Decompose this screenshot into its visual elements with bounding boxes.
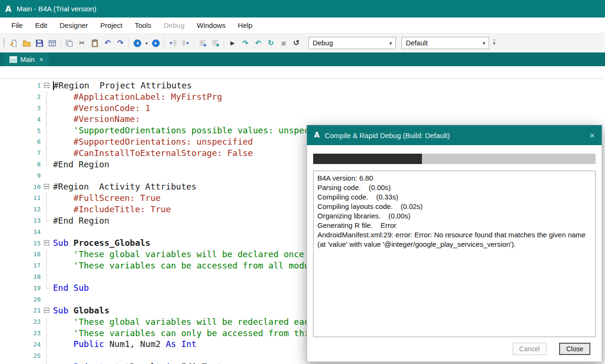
menu-windows[interactable]: Windows: [191, 17, 232, 33]
fold-margin: [41, 338, 53, 350]
compile-dialog: A Compile & Rapid Debug (Build: Default)…: [307, 125, 602, 362]
line-number: 10: [0, 183, 41, 191]
close-button[interactable]: Close: [559, 343, 590, 355]
navigate-back-button[interactable]: [131, 37, 144, 50]
toolbar-grip[interactable]: [3, 38, 5, 48]
b4a-logo-icon: A: [5, 4, 11, 14]
line-number: 23: [0, 329, 41, 337]
cancel-button: Cancel: [513, 343, 547, 355]
menu-tools[interactable]: Tools: [129, 17, 158, 33]
undo-icon: ↶: [105, 39, 111, 47]
menu-debug: Debug: [158, 17, 191, 33]
save-icon: [35, 39, 44, 47]
menu-project[interactable]: Project: [94, 17, 129, 33]
step-over-button[interactable]: ↻: [264, 37, 277, 50]
paste-button[interactable]: [88, 37, 101, 50]
fold-margin: [41, 91, 53, 103]
fold-margin: [41, 226, 53, 237]
redo-button[interactable]: ↷: [114, 37, 127, 50]
fold-collapse-icon[interactable]: [41, 305, 53, 316]
undo-button[interactable]: ↶: [101, 37, 114, 50]
module-form-icon: [9, 56, 17, 63]
line-number: 21: [0, 307, 41, 314]
navigate-forward-button[interactable]: [149, 37, 162, 50]
toolbar-separator: [194, 37, 194, 49]
dialog-button-row: Cancel Close: [313, 343, 596, 355]
back-history-caret-icon[interactable]: ▾: [144, 41, 149, 46]
line-number: 12: [0, 206, 41, 213]
designer-grid-icon: [48, 39, 56, 47]
tab-main[interactable]: Main ×: [4, 52, 49, 66]
line-number: 11: [0, 194, 41, 201]
code-line-4[interactable]: 4 #VersionName:: [0, 113, 605, 125]
code-text: #End Region: [53, 215, 109, 226]
paste-icon: [91, 39, 99, 47]
fold-margin: [41, 249, 53, 260]
comment-button[interactable]: [196, 37, 209, 50]
code-line-3[interactable]: 3 #VersionCode: 1: [0, 103, 605, 114]
fold-margin: [41, 170, 53, 181]
fold-collapse-icon[interactable]: [41, 181, 53, 192]
tab-close-icon[interactable]: ×: [39, 56, 43, 63]
dialog-close-icon[interactable]: ×: [589, 131, 595, 140]
combobox-caret-icon: ▾: [386, 40, 395, 46]
code-text: #IncludeTitle: True: [53, 204, 171, 215]
line-number: 14: [0, 228, 41, 235]
copy-icon: [65, 39, 73, 47]
line-number: 24: [0, 341, 41, 348]
build-profile-combobox[interactable]: Default ▾: [402, 37, 489, 49]
line-number: 6: [0, 138, 41, 145]
code-text: #SupportedOrientations: unspecified: [53, 136, 253, 147]
line-number: 18: [0, 273, 41, 280]
fold-collapse-icon[interactable]: [41, 80, 53, 91]
build-configuration-combobox[interactable]: Debug ▾: [308, 37, 396, 49]
menu-designer[interactable]: Designer: [53, 17, 94, 33]
resume-button[interactable]: ↷: [239, 37, 252, 50]
run-button[interactable]: ▶: [226, 37, 239, 50]
fold-margin: [41, 147, 53, 159]
code-text: 'These variables can be accessed from al…: [53, 260, 330, 271]
new-file-icon: [10, 39, 18, 47]
b4a-dialog-logo-icon: A: [314, 131, 320, 139]
fold-collapse-icon[interactable]: [41, 237, 53, 249]
compile-log[interactable]: B4A version: 6.80Parsing code. (0.00s)Co…: [313, 171, 596, 337]
line-number: 17: [0, 262, 41, 269]
copy-button[interactable]: [63, 37, 76, 50]
dialog-title: Compile & Rapid Debug (Build: Default): [325, 131, 589, 139]
fold-margin: [41, 350, 53, 361]
indent-button[interactable]: [179, 37, 192, 50]
open-designer-button[interactable]: [46, 37, 59, 50]
application-window: A Main - B4A (Trial version) FileEditDes…: [0, 0, 605, 364]
cut-button[interactable]: ✂: [76, 37, 88, 50]
toolbar-separator: [129, 37, 129, 49]
code-text: Sub Globals: [53, 305, 109, 316]
code-line-2[interactable]: 2 #ApplicationLabel: MyFirstPrg: [0, 91, 605, 103]
fold-margin: [41, 192, 53, 204]
fold-margin: [41, 136, 53, 147]
toolbar-overflow-button[interactable]: ▾: [493, 40, 496, 46]
log-line: Generating R file. Error: [317, 221, 591, 230]
toolbar: ✂ ↶ ↷ ▾: [0, 33, 605, 52]
code-line-1[interactable]: 1#Region Project Attributes: [0, 80, 605, 91]
menu-help[interactable]: Help: [232, 17, 259, 33]
restart-button[interactable]: ↺: [290, 37, 303, 50]
line-number: 4: [0, 116, 41, 123]
new-file-button[interactable]: [8, 37, 20, 50]
tab-label: Main: [20, 56, 35, 63]
fold-margin: [41, 282, 53, 294]
line-number: 19: [0, 285, 41, 292]
save-button[interactable]: [33, 37, 46, 50]
fold-margin: [41, 294, 53, 305]
outdent-button[interactable]: [167, 37, 179, 50]
dialog-title-bar[interactable]: A Compile & Rapid Debug (Build: Default)…: [307, 125, 602, 145]
combobox-caret-icon: ▾: [479, 40, 489, 46]
log-line: Organizing libraries. (0.00s): [317, 211, 591, 221]
open-project-button[interactable]: [20, 37, 33, 50]
step-into-button[interactable]: ↶: [252, 37, 264, 50]
uncomment-button[interactable]: [209, 37, 222, 50]
menu-edit[interactable]: Edit: [29, 17, 53, 33]
code-text: Private txtResult As EditText: [53, 361, 222, 364]
line-number: 2: [0, 93, 41, 100]
menu-file[interactable]: File: [5, 17, 29, 33]
indent-icon: [182, 39, 190, 47]
